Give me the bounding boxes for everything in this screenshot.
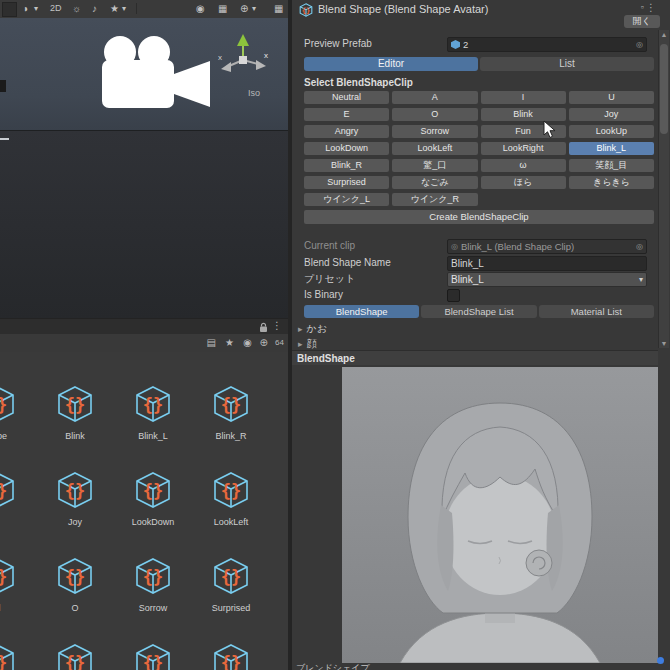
object-picker-icon[interactable]: ◎ (636, 242, 643, 251)
tab-blendshape-list[interactable]: BlendShape List (421, 305, 536, 318)
lock-icon[interactable] (259, 322, 268, 333)
effects-icon[interactable]: ★ (110, 2, 119, 15)
preview-prefab-field[interactable]: 2 ◎ (447, 37, 647, 52)
clip-button[interactable]: Surprised (304, 176, 389, 189)
clip-button[interactable]: Blink_R (304, 159, 389, 172)
shading-mode-icon[interactable]: ◑ (22, 2, 28, 15)
2d-toggle[interactable]: 2D (50, 2, 62, 15)
chevron-down-icon[interactable]: ▾ (122, 2, 126, 15)
clip-button[interactable]: I (481, 91, 566, 104)
blend-shape-name-value: Blink_L (451, 258, 484, 269)
grid-icon[interactable]: ▦ (218, 2, 227, 15)
asset-item[interactable]: {}LookDown (114, 468, 192, 527)
svg-text:{}: {} (221, 481, 241, 501)
clip-button[interactable]: Blink_L (569, 142, 654, 155)
clip-button[interactable]: なごみ (392, 176, 477, 189)
clip-button[interactable]: ウインク_L (304, 193, 389, 206)
clip-button[interactable]: E (304, 108, 389, 121)
window-title: Blend Shape (Blend Shape Avatar) (318, 3, 488, 15)
create-blendshapeclip-button[interactable]: Create BlendShapeClip (304, 210, 654, 224)
tool-tile[interactable] (2, 2, 17, 17)
favorites-star-icon[interactable]: ★ (225, 337, 234, 349)
clipped-toolbar-icon[interactable]: ▦ (274, 2, 283, 15)
asset-item[interactable]: {}Blink_R (192, 382, 270, 441)
window-menu-icon[interactable]: ⋮ (646, 2, 656, 13)
gizmos-icon[interactable]: ⊕ (240, 2, 248, 15)
scene-object-clipped (0, 80, 6, 92)
asset-item[interactable]: {}LookLeft (192, 468, 270, 527)
tab-blendshape[interactable]: BlendShape (304, 305, 419, 318)
lighting-icon[interactable]: ☼ (72, 2, 81, 15)
asset-item[interactable]: {} (114, 640, 192, 670)
zoom-icon[interactable]: ⊕ (260, 337, 268, 349)
clip-button[interactable]: Joy (569, 108, 654, 121)
notification-dot[interactable] (657, 657, 664, 664)
asset-item[interactable]: {}O (36, 554, 114, 613)
chevron-down-icon[interactable]: ▾ (252, 2, 256, 15)
asset-item[interactable]: {}Blink_L (114, 382, 192, 441)
asset-label: Blink (36, 431, 114, 441)
panel-menu-icon[interactable]: ⋮ (272, 320, 282, 331)
object-picker-icon[interactable]: ◎ (636, 40, 643, 49)
scroll-up-icon[interactable]: ▲ (659, 31, 669, 38)
clip-button[interactable]: 驚_口 (392, 159, 477, 172)
clip-button[interactable]: U (569, 91, 654, 104)
dock-icon[interactable]: ▫ (641, 2, 644, 12)
prefab-icon (451, 40, 460, 49)
clip-button[interactable]: ω (481, 159, 566, 172)
clip-button[interactable]: 笑顔_目 (569, 159, 654, 172)
asset-item[interactable]: {} (0, 640, 36, 670)
asset-item[interactable]: {} (192, 640, 270, 670)
clip-button[interactable]: O (392, 108, 477, 121)
is-binary-checkbox[interactable] (447, 289, 460, 302)
clip-button[interactable]: LookDown (304, 142, 389, 155)
audio-icon[interactable]: ♪ (92, 2, 97, 15)
avatar-preview-image[interactable] (342, 367, 658, 663)
list-view-icon[interactable]: ▤ (207, 337, 216, 349)
preset-dropdown[interactable]: Blink_L ▾ (447, 272, 647, 287)
clip-button[interactable]: A (392, 91, 477, 104)
blend-shape-name-input[interactable]: Blink_L (447, 256, 647, 271)
scene-view[interactable]: x x Iso (0, 18, 290, 318)
clip-button[interactable]: LookUp (569, 125, 654, 138)
asset-item[interactable]: {}hape (0, 382, 36, 441)
visibility-eye-icon[interactable]: ◉ (196, 2, 205, 15)
asset-item[interactable]: {}Joy (36, 468, 114, 527)
clip-button[interactable]: ウインク_R (392, 193, 477, 206)
tab-editor[interactable]: Editor (304, 57, 478, 71)
project-asset-grid[interactable]: {}hape{}Blink{}Blink_L{}Blink_R{}{}Joy{}… (0, 352, 290, 670)
foldout-kao[interactable]: ▸かお (298, 322, 327, 336)
tab-material-list[interactable]: Material List (539, 305, 654, 318)
clip-asset-icon: ◎ (451, 242, 458, 251)
inspector-scrollbar[interactable]: ▲ ▼ (658, 30, 669, 348)
asset-item[interactable]: {}al (0, 554, 36, 613)
clip-button[interactable]: LookRight (481, 142, 566, 155)
svg-text:{}: {} (0, 567, 7, 587)
asset-item[interactable]: {} (0, 468, 36, 517)
tab-list[interactable]: List (480, 57, 654, 71)
clip-button[interactable]: ほら (481, 176, 566, 189)
visibility-eye-icon[interactable]: ◉ (243, 337, 252, 349)
current-clip-field[interactable]: ◎ Blink_L (Blend Shape Clip) ◎ (447, 239, 647, 254)
scrollbar-thumb[interactable] (660, 44, 668, 134)
clip-button[interactable]: Sorrow (392, 125, 477, 138)
foldout-kao2[interactable]: ▸顔 (298, 337, 317, 351)
scroll-down-icon[interactable]: ▼ (659, 340, 669, 347)
camera-gizmo-icon[interactable] (90, 30, 215, 122)
clip-button[interactable]: きらきら (569, 176, 654, 189)
scriptable-object-icon: {} (53, 554, 97, 598)
asset-item[interactable]: {}Blink (36, 382, 114, 441)
asset-item[interactable]: {}Surprised (192, 554, 270, 613)
projection-mode-label[interactable]: Iso (248, 88, 260, 98)
chevron-down-icon[interactable]: ▾ (34, 2, 38, 15)
clip-button[interactable]: LookLeft (392, 142, 477, 155)
asset-item[interactable]: {} (36, 640, 114, 670)
svg-text:x: x (264, 51, 268, 60)
open-button[interactable]: 開く (624, 15, 660, 28)
clip-button[interactable]: Angry (304, 125, 389, 138)
clip-button[interactable]: Neutral (304, 91, 389, 104)
scriptable-object-icon: {} (209, 640, 253, 670)
scriptable-object-icon: {} (0, 640, 19, 670)
asset-item[interactable]: {}Sorrow (114, 554, 192, 613)
orientation-gizmo[interactable]: x x (214, 30, 272, 86)
